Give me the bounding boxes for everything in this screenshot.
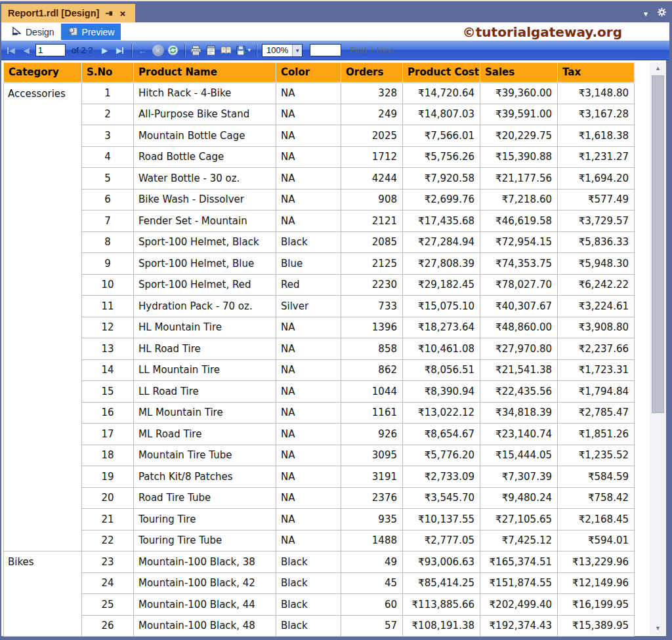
tax-cell: ₹2,168.45 bbox=[558, 509, 635, 530]
orders-cell: 57 bbox=[341, 615, 403, 637]
name-cell: LL Mountain Tire bbox=[134, 359, 276, 381]
title-bar: Report1.rdl [Design] × ▾ bbox=[0, 0, 672, 22]
sno-cell: 21 bbox=[82, 509, 134, 530]
tab-preview-label: Preview bbox=[82, 27, 115, 37]
cost-cell: ₹7,566.01 bbox=[403, 125, 480, 147]
export-icon[interactable]: ▾ bbox=[236, 44, 251, 57]
tax-cell: ₹15,389.95 bbox=[558, 615, 635, 637]
tax-cell: ₹5,836.33 bbox=[558, 231, 635, 253]
table-row: 16ML Mountain TireNA1161₹13,022.12₹34,81… bbox=[4, 402, 635, 424]
sales-cell: ₹15,390.88 bbox=[480, 146, 558, 168]
find-link[interactable]: Find bbox=[350, 45, 366, 55]
cost-cell: ₹18,273.64 bbox=[403, 317, 480, 338]
column-header-color: Color bbox=[276, 63, 341, 83]
print-layout-icon[interactable] bbox=[205, 44, 217, 57]
cost-cell: ₹10,461.08 bbox=[403, 338, 480, 360]
scroll-up-icon[interactable]: ▲ bbox=[650, 62, 666, 73]
color-cell: NA bbox=[276, 445, 341, 466]
sales-cell: ₹165,374.51 bbox=[480, 551, 558, 573]
next-page-button[interactable]: ▶ bbox=[99, 44, 111, 57]
sno-cell: 6 bbox=[82, 189, 134, 210]
tax-cell: ₹2,237.66 bbox=[558, 338, 635, 360]
orders-cell: 2025 bbox=[341, 125, 403, 147]
column-header-category: Category bbox=[4, 63, 82, 83]
tab-design[interactable]: Design bbox=[5, 24, 61, 40]
sales-cell: ₹78,027.70 bbox=[480, 274, 558, 296]
tax-cell: ₹5,948.30 bbox=[558, 253, 635, 275]
sales-cell: ₹46,619.58 bbox=[480, 210, 558, 232]
refresh-icon[interactable] bbox=[167, 44, 179, 57]
tax-cell: ₹1,694.20 bbox=[558, 168, 635, 190]
table-row: 19Patch Kit/8 PatchesNA3191₹2,733.09₹7,3… bbox=[4, 466, 635, 488]
cost-cell: ₹5,776.20 bbox=[403, 445, 480, 466]
print-icon[interactable] bbox=[190, 44, 202, 57]
name-cell: Touring Tire Tube bbox=[134, 530, 276, 551]
previous-page-button[interactable]: ◀ bbox=[20, 44, 32, 57]
sales-cell: ₹34,818.39 bbox=[480, 402, 558, 424]
orders-cell: 60 bbox=[341, 594, 403, 616]
cost-cell: ₹14,720.64 bbox=[403, 83, 480, 104]
first-page-button[interactable]: ◀ bbox=[5, 44, 17, 57]
sales-cell: ₹21,541.38 bbox=[480, 359, 558, 381]
orders-cell: 328 bbox=[341, 83, 403, 104]
pin-icon[interactable] bbox=[105, 9, 114, 18]
orders-cell: 49 bbox=[341, 551, 403, 573]
tab-preview[interactable]: Preview bbox=[61, 24, 121, 40]
name-cell: Mountain-100 Black, 48 bbox=[134, 615, 276, 637]
scroll-down-icon[interactable]: ▼ bbox=[650, 622, 666, 633]
table-row: 11Hydration Pack - 70 oz.Silver733₹15,07… bbox=[4, 296, 635, 317]
document-tab[interactable]: Report1.rdl [Design] × bbox=[1, 4, 135, 22]
sno-cell: 8 bbox=[82, 231, 134, 253]
tax-cell: ₹1,618.38 bbox=[558, 125, 635, 147]
name-cell: ML Road Tire bbox=[134, 424, 276, 445]
orders-cell: 1044 bbox=[341, 381, 403, 403]
sno-cell: 18 bbox=[82, 445, 134, 466]
name-cell: Road Bottle Cage bbox=[134, 146, 276, 168]
gear-icon[interactable] bbox=[657, 7, 667, 20]
orders-cell: 908 bbox=[341, 189, 403, 210]
zoom-caret-icon[interactable]: ▾ bbox=[292, 45, 302, 56]
close-icon[interactable]: × bbox=[119, 9, 125, 18]
sno-cell: 20 bbox=[82, 487, 134, 509]
sno-cell: 7 bbox=[82, 210, 134, 232]
cost-cell: ₹85,414.25 bbox=[403, 572, 480, 594]
color-cell: Black bbox=[276, 231, 341, 253]
cost-cell: ₹5,756.26 bbox=[403, 146, 480, 168]
next-link[interactable]: Next bbox=[377, 45, 394, 55]
name-cell: Mountain-100 Black, 38 bbox=[134, 551, 276, 573]
sales-cell: ₹40,307.67 bbox=[480, 296, 558, 317]
orders-cell: 249 bbox=[341, 104, 403, 125]
sales-cell: ₹21,177.56 bbox=[480, 168, 558, 190]
color-cell: NA bbox=[276, 210, 341, 232]
sno-cell: 10 bbox=[82, 274, 134, 296]
name-cell: Water Bottle - 30 oz. bbox=[134, 168, 276, 190]
sno-cell: 23 bbox=[82, 551, 134, 573]
orders-cell: 4244 bbox=[341, 168, 403, 190]
color-cell: NA bbox=[276, 359, 341, 381]
report-table: Category S.No Product Name Color Orders … bbox=[3, 62, 635, 637]
sales-cell: ₹151,874.55 bbox=[480, 572, 558, 594]
cost-cell: ₹2,777.05 bbox=[403, 530, 480, 551]
table-row: Bikes23Mountain-100 Black, 38Black49₹93,… bbox=[4, 551, 635, 573]
color-cell: NA bbox=[276, 402, 341, 424]
color-cell: NA bbox=[276, 338, 341, 360]
zoom-select[interactable]: 100% ▾ bbox=[262, 44, 303, 57]
sno-cell: 5 bbox=[82, 168, 134, 190]
color-cell: NA bbox=[276, 487, 341, 509]
search-input[interactable] bbox=[310, 44, 341, 56]
scrollbar-thumb[interactable] bbox=[652, 75, 664, 413]
sales-cell: ₹39,591.00 bbox=[480, 104, 558, 125]
toolbar-separator bbox=[131, 44, 132, 57]
column-header-tax: Tax bbox=[558, 63, 635, 83]
back-to-parent-icon[interactable]: ← bbox=[137, 44, 149, 57]
chevron-down-icon[interactable]: ▾ bbox=[644, 10, 648, 18]
page-number-input[interactable] bbox=[35, 44, 66, 56]
orders-cell: 3191 bbox=[341, 466, 403, 488]
sno-cell: 16 bbox=[82, 402, 134, 424]
page-setup-icon[interactable] bbox=[220, 44, 232, 57]
vertical-scrollbar[interactable]: ▲ ▼ bbox=[650, 62, 666, 635]
stop-rendering-icon[interactable]: × bbox=[152, 45, 164, 56]
last-page-button[interactable]: ▶ bbox=[114, 44, 126, 57]
cost-cell: ₹14,807.03 bbox=[403, 104, 480, 125]
sno-cell: 2 bbox=[82, 104, 134, 125]
